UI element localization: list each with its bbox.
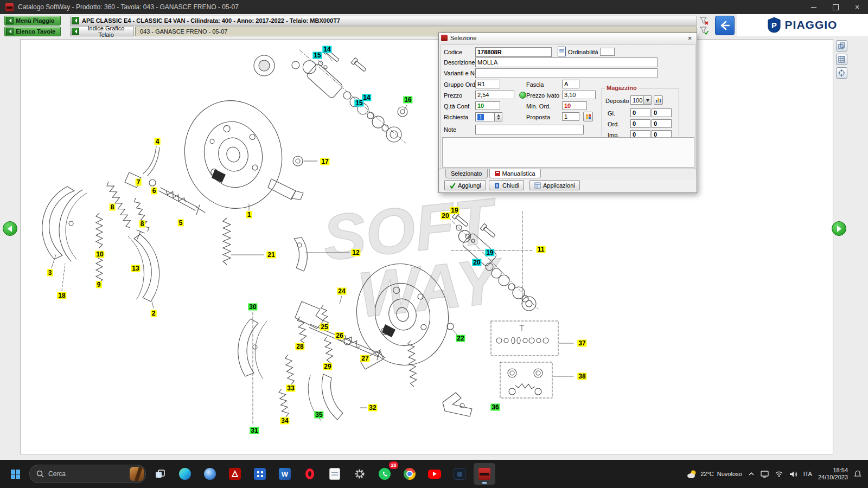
tab-selezionato[interactable]: Selezionato [445, 169, 488, 178]
proposta-field[interactable]: 1 [562, 112, 579, 121]
notification-bell-icon[interactable] [854, 470, 861, 478]
gruppo-field[interactable]: R1 [475, 80, 500, 88]
task-view-button[interactable] [149, 463, 171, 485]
dropdown-arrow-icon[interactable] [643, 96, 651, 104]
fascia-field[interactable]: A [562, 80, 579, 88]
menu-piaggio-button[interactable]: Menù Piaggio [4, 16, 61, 25]
part-callout-16[interactable]: 16 [403, 97, 412, 104]
part-callout-13[interactable]: 13 [131, 265, 140, 272]
aggiungi-button[interactable]: Aggiungi [444, 180, 486, 190]
language-indicator[interactable]: ITA [803, 471, 812, 477]
part-callout-4[interactable]: 4 [155, 138, 161, 145]
part-callout-37[interactable]: 37 [577, 340, 586, 347]
taskbar-blue-app[interactable] [249, 463, 271, 485]
display-icon[interactable] [761, 471, 769, 478]
note-field[interactable] [475, 125, 584, 134]
part-callout-17[interactable]: 17 [320, 158, 329, 165]
tab-manualistica[interactable]: Manualistica [489, 169, 541, 178]
part-callout-25[interactable]: 25 [320, 324, 329, 331]
taskbar-catalogo-app[interactable] [474, 463, 495, 485]
ordinabilita-field[interactable] [600, 48, 615, 56]
taskbar-settings[interactable] [349, 463, 371, 485]
part-callout-35[interactable]: 35 [314, 412, 323, 419]
part-callout-15[interactable]: 15 [354, 100, 363, 107]
min-ord-field[interactable]: 10 [562, 101, 587, 110]
volume-icon[interactable] [789, 471, 797, 478]
dialog-titlebar[interactable]: Selezione × [439, 33, 697, 43]
window-titlebar[interactable]: Catalogo SoftWay - Prodotto: 360 - Tavol… [0, 0, 868, 14]
prezzo-ivato-field[interactable]: 3,10 [562, 91, 596, 99]
minimize-button[interactable] [803, 0, 825, 14]
deposito-detail-button[interactable] [654, 95, 663, 105]
start-button[interactable] [4, 463, 26, 485]
part-callout-3[interactable]: 3 [47, 269, 53, 277]
part-callout-8[interactable]: 8 [110, 204, 116, 211]
part-callout-15[interactable]: 15 [312, 52, 322, 59]
filter-red-icon[interactable] [699, 16, 709, 26]
proposta-tool-button[interactable] [583, 112, 593, 121]
part-callout-22[interactable]: 22 [456, 335, 465, 342]
part-callout-29[interactable]: 29 [323, 363, 332, 370]
taskbar-notes[interactable] [324, 463, 346, 485]
part-callout-30[interactable]: 30 [248, 304, 257, 311]
part-callout-27[interactable]: 27 [360, 355, 369, 362]
part-callout-14[interactable]: 14 [322, 46, 331, 53]
part-callout-2[interactable]: 2 [151, 310, 157, 317]
descrizione-field[interactable]: MOLLA [475, 57, 658, 67]
taskbar-youtube[interactable] [424, 463, 445, 485]
clock[interactable]: 18:54 24/10/2023 [818, 467, 848, 481]
part-callout-20[interactable]: 20 [472, 259, 481, 266]
next-table-button[interactable] [832, 221, 846, 236]
maximize-button[interactable] [825, 0, 846, 14]
close-button[interactable]: × [846, 0, 868, 14]
taskbar-dark-app[interactable] [449, 463, 470, 485]
chiudi-button[interactable]: Chiudi [489, 180, 524, 190]
wifi-icon[interactable] [775, 471, 783, 477]
filter-green-icon[interactable] [699, 26, 709, 36]
back-arrow-icon[interactable] [72, 17, 79, 24]
part-callout-26[interactable]: 26 [335, 332, 344, 339]
taskbar-whatsapp[interactable]: 28 [374, 463, 395, 485]
part-callout-18[interactable]: 18 [57, 292, 66, 299]
part-callout-7[interactable]: 7 [136, 179, 142, 186]
part-callout-1[interactable]: 1 [246, 211, 252, 219]
chevron-up-icon[interactable] [748, 471, 755, 477]
taskbar-edge[interactable] [174, 463, 196, 485]
part-callout-24[interactable]: 24 [337, 288, 346, 295]
layers-tool-button[interactable] [836, 40, 847, 52]
taskbar-opera[interactable] [299, 463, 321, 485]
part-callout-34[interactable]: 34 [280, 418, 289, 425]
part-callout-9[interactable]: 9 [96, 281, 102, 288]
varianti-field[interactable] [475, 68, 658, 78]
grid-tool-button[interactable] [836, 54, 847, 65]
part-callout-19[interactable]: 19 [450, 207, 459, 214]
taskbar-browser[interactable] [199, 463, 221, 485]
taskbar-acrobat[interactable] [224, 463, 246, 485]
prezzo-field[interactable]: 2,54 [475, 91, 514, 99]
part-callout-19[interactable]: 19 [485, 249, 494, 256]
search-highlight-image[interactable] [130, 467, 144, 481]
taskbar-word[interactable]: W [274, 463, 296, 485]
part-callout-5[interactable]: 5 [178, 220, 184, 227]
previous-table-button[interactable] [3, 221, 17, 236]
part-callout-32[interactable]: 32 [368, 404, 377, 412]
part-callout-38[interactable]: 38 [577, 373, 586, 380]
qta-conf-field[interactable]: 10 [475, 101, 500, 110]
codice-field[interactable]: 178808R [475, 47, 552, 57]
taskbar-chrome[interactable] [399, 463, 420, 485]
part-callout-28[interactable]: 28 [295, 343, 304, 350]
part-callout-21[interactable]: 21 [266, 252, 276, 259]
part-callout-11[interactable]: 11 [537, 246, 546, 253]
elenco-tavole-button[interactable]: Elenco Tavole [4, 27, 61, 36]
part-callout-12[interactable]: 12 [351, 249, 360, 256]
deposito-select[interactable]: 100 [630, 95, 652, 105]
part-callout-6[interactable]: 6 [151, 188, 157, 195]
richiesta-field[interactable]: 1 [475, 112, 502, 121]
back-navigation-button[interactable] [715, 16, 735, 35]
part-callout-10[interactable]: 10 [95, 251, 104, 258]
search-box[interactable]: Cerca [29, 465, 146, 483]
weather-widget[interactable]: 22°C Nuvoloso [686, 469, 742, 479]
part-callout-36[interactable]: 36 [490, 404, 500, 411]
part-callout-8[interactable]: 8 [139, 221, 145, 228]
dialog-close-button[interactable]: × [685, 34, 694, 42]
